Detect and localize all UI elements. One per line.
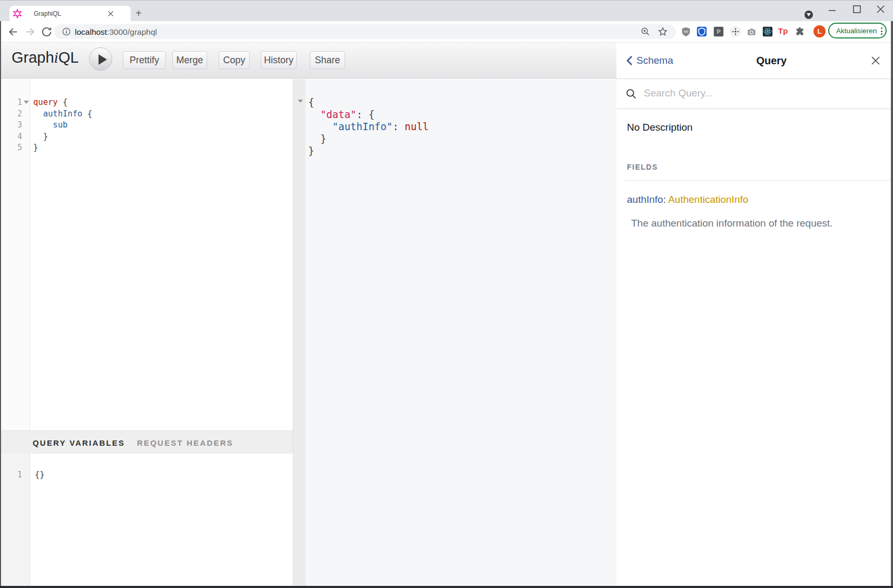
tab-title: GraphiQL [34,10,61,17]
ublock-extension-icon[interactable]: UO [681,26,691,37]
svg-text:UO: UO [684,30,689,33]
code-line: query { [33,97,67,107]
minimize-button[interactable] [824,3,840,16]
zoom-icon[interactable] [641,27,650,36]
graphiql-logo: GraphiQL [12,49,78,66]
result-line: } [308,133,326,144]
doc-field-row: authInfo: AuthenticationInfo [627,194,748,205]
line-number: 1 [1,97,22,107]
prettify-button[interactable]: Prettify [123,51,166,69]
profile-avatar[interactable]: L [813,25,826,37]
copy-button[interactable]: Copy [219,51,250,69]
react-devtools-extension-icon[interactable] [762,26,773,37]
browser-tab[interactable]: GraphiQL [9,6,131,22]
fold-arrow-icon[interactable] [24,101,29,104]
chevron-left-icon [626,55,633,66]
tab-strip: GraphiQL + [0,0,893,21]
history-button[interactable]: History [261,51,297,69]
result-line: "authInfo": null [308,121,429,132]
result-line: } [308,145,314,156]
field-type-link[interactable]: AuthenticationInfo [668,194,748,205]
result-viewer [306,79,616,586]
result-line: { [308,96,314,108]
merge-button[interactable]: Merge [172,51,207,69]
code-line: sub [33,120,67,130]
doc-field-description: The authentication information of the re… [631,218,832,229]
back-icon[interactable] [7,26,19,38]
move-circle-extension-icon[interactable] [730,26,741,37]
doc-explorer-header: Schema Query [616,43,891,79]
tab-close-icon[interactable] [107,11,114,17]
variables-tab-bar: QUERY VARIABLES REQUEST HEADERS [1,430,293,454]
close-button[interactable] [872,3,888,16]
share-button[interactable]: Share [310,51,345,69]
svg-text:P: P [717,28,720,35]
code-line: authInfo { [33,109,92,119]
fold-arrow-icon[interactable] [298,100,303,103]
update-browser-button[interactable]: Aktualisieren [828,23,887,38]
url-text[interactable]: localhost:3000/graphql [75,27,157,37]
doc-search[interactable]: Search Query... [616,79,891,109]
execute-query-button[interactable] [89,47,112,71]
tab-query-variables[interactable]: QUERY VARIABLES [33,438,125,447]
reload-icon[interactable] [41,26,53,38]
code-line: } [33,132,48,141]
field-name-link[interactable]: authInfo [627,194,663,205]
line-number: 1 [1,470,22,479]
media-controls-button[interactable] [804,11,813,19]
new-tab-button[interactable]: + [133,8,144,19]
p-extension-icon[interactable]: P [713,26,724,37]
browser-menu-icon[interactable] [881,27,882,36]
extensions-puzzle-icon[interactable] [794,26,805,37]
browser-window: GraphiQL + [0,0,893,588]
browser-toolbar: localhost:3000/graphql UO P [0,22,893,43]
graphql-favicon [13,9,22,18]
doc-explorer: Schema Query Search Query... No Descript… [616,43,891,586]
doc-no-description: No Description [627,122,693,133]
search-icon [626,89,636,99]
line-number: 3 [1,120,22,130]
forward-icon[interactable] [24,26,36,38]
doc-close-icon[interactable] [870,55,881,66]
window-border-right [891,21,893,586]
line-number: 5 [1,143,22,152]
tab-request-headers[interactable]: REQUEST HEADERS [137,438,233,447]
query-editor[interactable] [1,79,293,586]
tampermonkey-extension-icon[interactable]: Tp [778,26,788,35]
line-number: 2 [1,109,22,119]
pane-divider[interactable] [293,79,306,586]
info-icon[interactable] [62,27,71,36]
line-number: 4 [1,132,22,141]
doc-fields-header: FIELDS [627,163,658,171]
result-line: "data": { [308,109,375,120]
code-line: } [33,143,38,152]
window-border-bottom [0,586,893,588]
variables-editor[interactable]: {} [35,470,45,479]
bookmark-star-icon[interactable] [658,26,668,37]
search-placeholder: Search Query... [644,87,713,99]
doc-divider [625,180,891,181]
maximize-button[interactable] [849,3,865,16]
play-icon [99,54,107,65]
bitwarden-extension-icon[interactable] [696,26,707,37]
camera-extension-icon[interactable] [747,27,757,37]
doc-back-link[interactable]: Schema [626,55,673,66]
doc-title: Query [673,55,870,67]
